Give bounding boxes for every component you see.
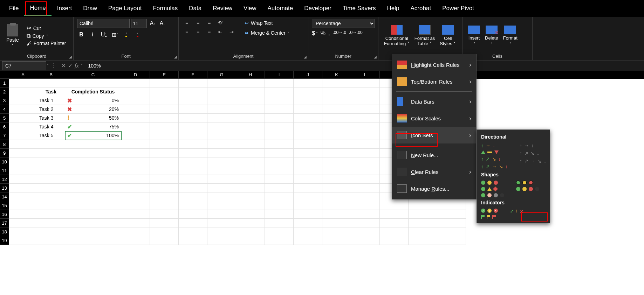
iconset-4trafficlights[interactable] (480, 192, 505, 198)
decrease-font-button[interactable]: A↓ (158, 19, 166, 28)
percent-format-button[interactable]: % (321, 30, 326, 36)
cell-J8[interactable] (294, 140, 322, 149)
cell-K1[interactable] (322, 79, 351, 87)
cell-I18[interactable] (265, 227, 294, 236)
cell-G4[interactable] (207, 105, 236, 114)
iconset-5arrows-colored[interactable]: ↑↗→↘↓ (480, 163, 508, 170)
col-header-K[interactable]: K (322, 71, 351, 79)
cell-G17[interactable] (207, 219, 236, 227)
cell-D13[interactable] (121, 184, 150, 192)
cell-G5[interactable] (207, 114, 236, 122)
cf-manage-rules[interactable]: Manage Rules... (392, 180, 476, 197)
cell-C17[interactable] (65, 219, 121, 227)
cell-F19[interactable] (179, 236, 207, 245)
cell-G3[interactable] (207, 96, 236, 105)
cell-C4[interactable]: ✖20% (65, 105, 121, 114)
cell-B14[interactable] (37, 192, 65, 201)
cell-A17[interactable] (9, 219, 37, 227)
cell-D5[interactable] (121, 114, 150, 122)
cell-I16[interactable] (265, 210, 294, 219)
cell-H14[interactable] (236, 192, 265, 201)
cell-B13[interactable] (37, 184, 65, 192)
cell-E8[interactable] (150, 140, 179, 149)
cell-K11[interactable] (322, 166, 351, 175)
tab-data[interactable]: Data (183, 1, 207, 15)
cell-E4[interactable] (150, 105, 179, 114)
cell-J18[interactable] (294, 227, 322, 236)
cell-L5[interactable] (351, 114, 380, 122)
cell-I19[interactable] (265, 236, 294, 245)
col-header-C[interactable]: C (65, 71, 121, 79)
comma-format-button[interactable]: , (328, 30, 330, 36)
bold-button[interactable]: B (77, 30, 85, 39)
cell-H4[interactable] (236, 105, 265, 114)
iconset-4arrows-gray[interactable]: ↑↗↘↓ (519, 149, 547, 157)
cell-K4[interactable] (322, 105, 351, 114)
row-header-19[interactable]: 19 (0, 236, 9, 245)
cell-G14[interactable] (207, 192, 236, 201)
cell-B12[interactable] (37, 175, 65, 184)
format-cells-button[interactable]: Format˅ (501, 24, 520, 47)
cell-B1[interactable] (37, 79, 65, 87)
cell-C13[interactable] (65, 184, 121, 192)
row-header-15[interactable]: 15 (0, 201, 9, 210)
cell-K7[interactable] (322, 131, 351, 140)
tab-view[interactable]: View (238, 1, 262, 15)
name-box[interactable] (2, 61, 46, 70)
cell-B17[interactable] (37, 219, 65, 227)
iconset-4arrows-colored[interactable]: ↑↗↘↓ (480, 155, 508, 163)
cell-D16[interactable] (121, 210, 150, 219)
cell-K10[interactable] (322, 157, 351, 166)
formula-input[interactable] (85, 61, 644, 70)
cell-J17[interactable] (294, 219, 322, 227)
cell-K8[interactable] (322, 140, 351, 149)
cell-A15[interactable] (9, 201, 37, 210)
copy-button[interactable]: Copy˅ (27, 33, 66, 39)
cell-D7[interactable] (121, 131, 150, 140)
cell-L6[interactable] (351, 122, 380, 131)
col-header-D[interactable]: D (121, 71, 150, 79)
cell-F14[interactable] (179, 192, 207, 201)
cell-C14[interactable] (65, 192, 121, 201)
cell-E2[interactable] (150, 87, 179, 96)
cell-F17[interactable] (179, 219, 207, 227)
cell-C6[interactable]: ✔75% (65, 122, 121, 131)
delete-cells-button[interactable]: Delete˅ (483, 24, 500, 47)
cell-B2[interactable]: Task (37, 87, 65, 96)
cell-L10[interactable] (351, 157, 380, 166)
cell-H3[interactable] (236, 96, 265, 105)
insert-cells-button[interactable]: Insert˅ (466, 24, 482, 47)
cell-E14[interactable] (150, 192, 179, 201)
cell-J3[interactable] (294, 96, 322, 105)
cell-C16[interactable] (65, 210, 121, 219)
cell-J13[interactable] (294, 184, 322, 192)
cell-I6[interactable] (265, 122, 294, 131)
format-as-table-button[interactable]: Format asTable ˅ (412, 23, 437, 48)
cell-R15[interactable] (437, 201, 466, 210)
cell-H15[interactable] (236, 201, 265, 210)
cell-B15[interactable] (37, 201, 65, 210)
cell-F13[interactable] (179, 184, 207, 192)
cut-button[interactable]: Cut (27, 25, 66, 31)
cell-L7[interactable] (351, 131, 380, 140)
tab-automate[interactable]: Automate (262, 1, 299, 15)
align-bottom-button[interactable]: ≡ (205, 19, 214, 27)
row-header-1[interactable]: 1 (0, 79, 9, 87)
tab-help[interactable]: Help (382, 1, 405, 15)
iconset-3flags[interactable] (480, 214, 499, 220)
cell-D10[interactable] (121, 157, 150, 166)
cell-L16[interactable] (351, 210, 380, 219)
cell-H8[interactable] (236, 140, 265, 149)
cell-J7[interactable] (294, 131, 322, 140)
cell-H2[interactable] (236, 87, 265, 96)
iconset-3trafficlights[interactable] (480, 180, 505, 186)
cell-styles-button[interactable]: CellStyles ˅ (438, 23, 458, 48)
alignment-launcher-icon[interactable]: ◢ (304, 55, 307, 59)
cell-J4[interactable] (294, 105, 322, 114)
cell-E19[interactable] (150, 236, 179, 245)
fx-icon[interactable]: fx (75, 63, 79, 69)
iconset-3arrows-colored[interactable]: ↑→↓ (480, 142, 508, 149)
cell-R16[interactable] (437, 210, 466, 219)
cell-Q15[interactable] (409, 201, 437, 210)
cell-C15[interactable] (65, 201, 121, 210)
